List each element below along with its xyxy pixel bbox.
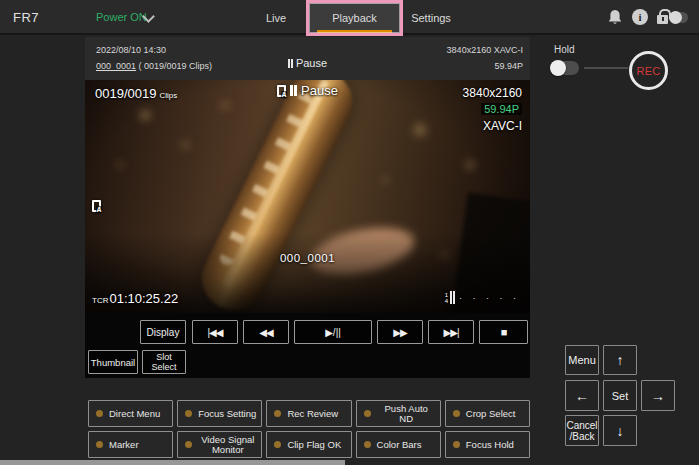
cancel-line2: /Back xyxy=(569,431,594,442)
power-status-dropdown[interactable]: Power ON xyxy=(96,11,147,23)
top-bar: FR7 Power ON Live Playback Settings i xyxy=(0,0,699,35)
osd-status-label: Pause xyxy=(301,83,338,98)
framerate-line: 59.94P xyxy=(447,58,523,74)
hold-toggle[interactable] xyxy=(552,61,579,75)
led-indicator xyxy=(185,441,192,448)
playback-controls: Display Thumbnail Slot Select |◀◀ ◀◀ ▶/|… xyxy=(85,313,530,378)
stop-button[interactable]: ■ xyxy=(479,320,528,344)
device-model-label: FR7 xyxy=(13,10,39,25)
assign-label: Push Auto ND xyxy=(377,404,436,424)
horizontal-scrollbar-thumb[interactable] xyxy=(0,460,345,465)
assign-label: Crop Select xyxy=(466,409,516,419)
display-button[interactable]: Display xyxy=(140,320,186,344)
lock-toggle[interactable] xyxy=(670,12,688,23)
assign-label: Rec Review xyxy=(287,409,338,419)
thumbnail-button[interactable]: Thumbnail xyxy=(88,350,138,374)
hold-rec-connector xyxy=(584,67,628,69)
slot-select-button[interactable]: Slot Select xyxy=(142,350,186,374)
rec-button[interactable]: REC xyxy=(629,51,668,90)
osd-clip-name: 000_0001 xyxy=(85,252,530,264)
arrow-right-button[interactable]: → xyxy=(641,380,675,411)
media-slot-letter: A xyxy=(96,206,102,213)
cancel-back-label: Cancel/Back xyxy=(566,420,597,442)
assign-button-crop-select[interactable]: Crop Select xyxy=(445,400,530,427)
tab-live[interactable]: Live xyxy=(248,0,304,35)
transport-bar: |◀◀ ◀◀ ▶/|| ▶▶ ▶▶| ■ xyxy=(192,320,528,344)
media-slot-icon: A xyxy=(277,85,286,97)
assign-label: Focus Hold xyxy=(466,440,514,450)
chevron-down-icon[interactable] xyxy=(144,12,153,21)
timecode-value: 01:10:25.22 xyxy=(109,291,178,306)
cancel-back-button[interactable]: Cancel/Back xyxy=(565,415,599,446)
assign-label: Focus Setting xyxy=(198,409,256,419)
menu-button[interactable]: Menu xyxy=(565,345,599,375)
hold-label: Hold xyxy=(554,44,575,55)
led-indicator xyxy=(364,410,371,417)
clip-position-fraction: 1 4 xyxy=(445,292,448,304)
skip-prev-button[interactable]: |◀◀ xyxy=(192,320,238,344)
arrow-down-button[interactable]: ↓ xyxy=(603,415,637,446)
arrow-left-button[interactable]: ← xyxy=(565,380,599,411)
media-slot-icon: A xyxy=(92,200,101,212)
notifications-bell-icon[interactable] xyxy=(607,9,623,26)
play-pause-button[interactable]: ▶/|| xyxy=(294,320,372,344)
osd-format: 3840x2160 59.94P XAVC-I xyxy=(463,86,522,133)
active-tab-underline xyxy=(317,30,392,33)
assign-button-focus-setting[interactable]: Focus Setting xyxy=(177,400,262,427)
tcr-label: TCR xyxy=(92,296,108,305)
osd-clip-position-indicator: 1 4 · · · · · xyxy=(445,291,520,304)
pause-icon xyxy=(288,59,293,68)
tab-settings[interactable]: Settings xyxy=(404,0,458,35)
clip-position-total: 4 xyxy=(445,298,448,304)
info-icon[interactable]: i xyxy=(632,9,648,25)
rewind-button[interactable]: ◀◀ xyxy=(243,320,289,344)
clip-position-dots: · · · · · xyxy=(459,293,520,303)
led-indicator xyxy=(453,441,460,448)
arrow-up-button[interactable]: ↑ xyxy=(603,345,637,375)
assign-button-clip-flag-ok[interactable]: Clip Flag OK xyxy=(266,431,351,458)
assign-label: Direct Menu xyxy=(109,409,160,419)
osd-resolution: 3840x2160 xyxy=(463,86,522,100)
osd-codec: XAVC-I xyxy=(463,119,522,133)
osd-media-slot-left: A xyxy=(92,196,105,214)
assign-button-color-bars[interactable]: Color Bars xyxy=(356,431,441,458)
fast-forward-button[interactable]: ▶▶ xyxy=(377,320,423,344)
cancel-line1: Cancel xyxy=(566,420,597,431)
assign-button-marker[interactable]: Marker xyxy=(88,431,173,458)
skip-next-button[interactable]: ▶▶| xyxy=(428,320,474,344)
assign-button-rec-review[interactable]: Rec Review xyxy=(266,400,351,427)
led-indicator xyxy=(364,441,371,448)
tab-playback-label: Playback xyxy=(332,12,377,24)
osd-timecode: TCR01:10:25.22 xyxy=(92,291,178,306)
format-line: 3840x2160 XAVC-I xyxy=(447,42,523,58)
assign-label: Color Bars xyxy=(377,440,422,450)
led-indicator xyxy=(453,410,460,417)
led-indicator xyxy=(96,410,103,417)
assign-label: Marker xyxy=(109,440,139,450)
assign-label: Video Signal Monitor xyxy=(198,435,257,455)
fr7-remote-app: FR7 Power ON Live Playback Settings i 20… xyxy=(0,0,699,465)
record-datetime: 2022/08/10 14:30 xyxy=(96,42,212,58)
tab-settings-label: Settings xyxy=(411,12,451,24)
media-slot-letter: A xyxy=(281,91,287,98)
lock-icon xyxy=(657,15,668,24)
playback-status-label: Pause xyxy=(296,57,327,69)
pause-icon xyxy=(290,85,297,96)
assign-button-direct-menu[interactable]: Direct Menu xyxy=(88,400,173,427)
tab-playback[interactable]: Playback xyxy=(310,0,399,35)
assign-label: Clip Flag OK xyxy=(287,440,341,450)
osd-framerate-chip: 59.94P xyxy=(481,103,522,115)
assign-button-push-auto-nd[interactable]: Push Auto ND xyxy=(356,400,441,427)
led-indicator xyxy=(185,410,192,417)
led-indicator xyxy=(96,441,103,448)
video-monitor[interactable]: 0019/0019Clips APause 3840x2160 59.94P X… xyxy=(85,80,530,313)
clip-position-marker xyxy=(450,291,452,304)
set-button[interactable]: Set xyxy=(603,380,637,411)
led-indicator xyxy=(274,441,281,448)
assign-button-focus-hold[interactable]: Focus Hold xyxy=(445,431,530,458)
assign-button-video-signal-monitor[interactable]: Video Signal Monitor xyxy=(177,431,262,458)
tab-live-label: Live xyxy=(266,12,286,24)
assignable-buttons-grid: Direct Menu Focus Setting Rec Review Pus… xyxy=(88,400,530,458)
format-metadata: 3840x2160 XAVC-I 59.94P xyxy=(447,42,523,74)
led-indicator xyxy=(274,410,281,417)
